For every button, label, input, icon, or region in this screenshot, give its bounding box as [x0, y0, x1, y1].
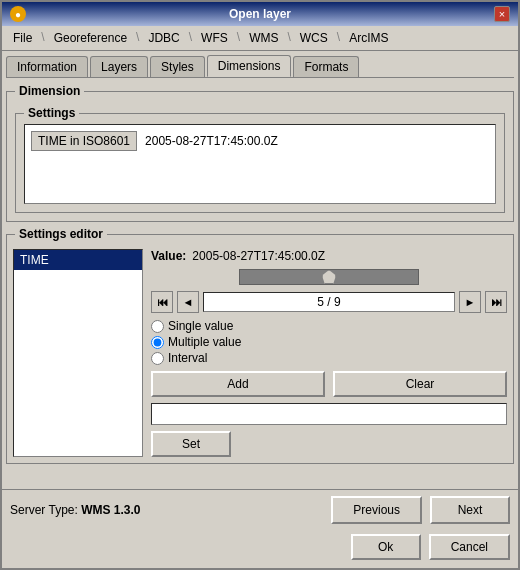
dimension-type-label: TIME in ISO8601: [31, 131, 137, 151]
menu-jdbc[interactable]: JDBC: [141, 28, 186, 48]
time-slider[interactable]: [239, 269, 419, 285]
ok-button[interactable]: Ok: [351, 534, 421, 560]
value-label: Value:: [151, 249, 186, 263]
radio-single-label: Single value: [168, 319, 233, 333]
nav-last-button[interactable]: ⏭: [485, 291, 507, 313]
tab-information[interactable]: Information: [6, 56, 88, 77]
add-button[interactable]: Add: [151, 371, 325, 397]
value-input[interactable]: [151, 403, 507, 425]
radio-interval[interactable]: Interval: [151, 351, 507, 365]
dimension-legend: Dimension: [15, 84, 84, 98]
settings-editor-legend: Settings editor: [15, 227, 107, 241]
server-type-label: Server Type:: [10, 503, 78, 517]
tab-layers[interactable]: Layers: [90, 56, 148, 77]
menu-wcs[interactable]: WCS: [293, 28, 335, 48]
radio-single-value[interactable]: Single value: [151, 319, 507, 333]
window-title: Open layer: [26, 7, 494, 21]
dimension-list[interactable]: TIME: [13, 249, 143, 457]
settings-fieldset: Settings TIME in ISO8601 2005-08-27T17:4…: [15, 106, 505, 213]
next-button[interactable]: Next: [430, 496, 510, 524]
list-item-time[interactable]: TIME: [14, 250, 142, 270]
cancel-button[interactable]: Cancel: [429, 534, 510, 560]
server-type-value: WMS 1.3.0: [81, 503, 140, 517]
tab-dimensions[interactable]: Dimensions: [207, 55, 292, 77]
previous-button[interactable]: Previous: [331, 496, 422, 524]
final-buttons: Ok Cancel: [2, 530, 518, 568]
radio-group: Single value Multiple value Interval: [151, 319, 507, 365]
bottom-bar: Server Type: WMS 1.3.0 Previous Next: [2, 489, 518, 530]
set-button[interactable]: Set: [151, 431, 231, 457]
radio-multiple-value[interactable]: Multiple value: [151, 335, 507, 349]
radio-interval-label: Interval: [168, 351, 207, 365]
menu-georeference[interactable]: Georeference: [47, 28, 134, 48]
radio-multiple-label: Multiple value: [168, 335, 241, 349]
settings-editor-wrapper: Settings editor TIME Value: 2005-08-27T1…: [6, 234, 514, 464]
app-icon: ●: [10, 6, 26, 22]
value-display-row: Value: 2005-08-27T17:45:00.0Z: [151, 249, 507, 263]
clear-button[interactable]: Clear: [333, 371, 507, 397]
right-panel: Value: 2005-08-27T17:45:00.0Z ⏮ ◄ 5 / 9 …: [151, 249, 507, 457]
titlebar: ● Open layer ×: [2, 2, 518, 26]
radio-multiple-input[interactable]: [151, 336, 164, 349]
tab-formats[interactable]: Formats: [293, 56, 359, 77]
menu-sep-6: \: [337, 28, 340, 48]
value-text: 2005-08-27T17:45:00.0Z: [192, 249, 325, 263]
dimension-type-value: 2005-08-27T17:45:00.0Z: [145, 134, 278, 148]
main-window: ● Open layer × File \ Georeference \ JDB…: [0, 0, 520, 570]
menu-sep-3: \: [189, 28, 192, 48]
menu-file[interactable]: File: [6, 28, 39, 48]
inner-tab-bar: Information Layers Styles Dimensions For…: [6, 55, 514, 78]
nav-buttons: Previous Next: [331, 496, 510, 524]
nav-next-button[interactable]: ►: [459, 291, 481, 313]
content-area: Information Layers Styles Dimensions For…: [2, 51, 518, 489]
settings-legend: Settings: [24, 106, 79, 120]
nav-prev-button[interactable]: ◄: [177, 291, 199, 313]
nav-first-button[interactable]: ⏮: [151, 291, 173, 313]
menu-wms[interactable]: WMS: [242, 28, 285, 48]
add-clear-row: Add Clear: [151, 371, 507, 397]
menu-arcims[interactable]: ArcIMS: [342, 28, 395, 48]
settings-editor-body: TIME Value: 2005-08-27T17:45:00.0Z: [13, 249, 507, 457]
menu-wfs[interactable]: WFS: [194, 28, 235, 48]
radio-single-input[interactable]: [151, 320, 164, 333]
nav-row: ⏮ ◄ 5 / 9 ► ⏭: [151, 291, 507, 313]
dimension-row: TIME in ISO8601 2005-08-27T17:45:00.0Z: [31, 131, 278, 151]
dimension-fieldset: Dimension Settings TIME in ISO8601 2005-…: [6, 84, 514, 222]
menubar: File \ Georeference \ JDBC \ WFS \ WMS \…: [2, 26, 518, 51]
menu-sep-4: \: [237, 28, 240, 48]
tab-styles[interactable]: Styles: [150, 56, 205, 77]
menu-sep-1: \: [41, 28, 44, 48]
server-type-section: Server Type: WMS 1.3.0: [10, 503, 141, 517]
slider-container: [151, 269, 507, 285]
close-button[interactable]: ×: [494, 6, 510, 22]
radio-interval-input[interactable]: [151, 352, 164, 365]
set-row: Set: [151, 431, 507, 457]
dimension-display: TIME in ISO8601 2005-08-27T17:45:00.0Z: [24, 124, 496, 204]
menu-sep-2: \: [136, 28, 139, 48]
page-indicator: 5 / 9: [203, 292, 455, 312]
menu-sep-5: \: [287, 28, 290, 48]
